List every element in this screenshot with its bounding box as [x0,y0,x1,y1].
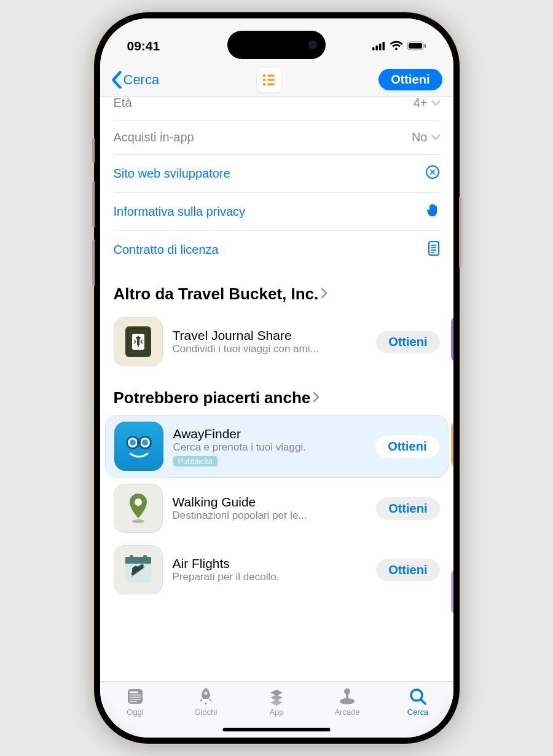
list-icon [261,72,277,88]
chevron-left-icon [111,71,122,89]
chevron-right-icon [313,390,320,406]
nav-app-icon[interactable] [256,67,282,93]
svg-rect-6 [424,44,426,48]
get-button-top[interactable]: Ottieni [378,69,442,90]
tab-label: App [269,707,283,717]
tab-search[interactable]: Cerca [390,687,445,738]
dynamic-island [227,31,326,59]
phone-frame: 09:41 Cerca [94,12,460,744]
hand-icon [426,203,440,221]
svg-rect-8 [267,74,275,76]
svg-point-30 [135,498,142,506]
svg-rect-3 [382,42,385,50]
chevron-down-icon [431,100,440,106]
app-icon-journal [114,317,163,366]
app-sub: Preparati per il decollo. [173,571,339,583]
apps-icon [267,687,286,706]
app-row-travel-journal[interactable]: Travel Journal Share Condividi i tuoi vi… [105,311,449,372]
app-name: AwayFinder [173,427,366,441]
privacy-link: Informativa sulla privacy [114,205,246,219]
app-sub: Destinazioni popolari per le... [173,510,339,522]
app-name: Travel Journal Share [173,328,367,343]
iap-value: No [412,130,428,144]
document-icon [428,241,440,259]
svg-rect-35 [143,555,147,560]
app-name: Air Flights [173,556,367,571]
chevron-right-icon [321,286,328,302]
svg-point-11 [262,82,265,85]
rocket-icon [196,687,216,706]
safari-icon [425,165,440,183]
svg-point-27 [130,439,136,446]
info-row-iap[interactable]: Acquisti in-app No [114,120,440,154]
svg-rect-38 [130,695,141,696]
svg-rect-29 [137,440,141,444]
svg-point-31 [132,519,144,523]
svg-rect-0 [372,47,375,50]
tab-label: Oggi [127,707,143,717]
svg-rect-40 [130,699,141,700]
section-ymal-label: Potrebbero piacerti anche [114,388,311,408]
get-button[interactable]: Ottieni [376,497,439,520]
svg-rect-2 [379,44,382,50]
age-label: Età [114,97,132,110]
svg-rect-39 [130,697,141,698]
age-value: 4+ [414,97,428,110]
svg-point-9 [262,78,265,81]
section-more-from[interactable]: Altro da Travel Bucket, Inc. [100,269,453,311]
cellular-icon [372,39,386,53]
arcade-icon [337,687,357,706]
search-icon [408,687,428,706]
app-row-air-flights[interactable]: Air Flights Preparati per il decollo. Ot… [105,539,449,600]
back-button[interactable]: Cerca [111,71,160,89]
svg-rect-10 [267,79,275,81]
license-link: Contratto di licenza [114,243,219,257]
svg-point-28 [142,439,148,446]
svg-rect-41 [130,701,137,703]
get-button[interactable]: Ottieni [375,435,439,458]
tab-label: Cerca [407,707,429,717]
section-you-might-like[interactable]: Potrebbero piacerti anche [100,372,453,415]
svg-rect-33 [125,557,151,564]
svg-point-45 [344,688,350,695]
get-button[interactable]: Ottieni [376,331,439,353]
info-row-license[interactable]: Contratto di licenza [114,230,440,269]
chevron-down-icon [431,135,440,141]
app-icon-flights [114,545,163,594]
svg-rect-37 [130,691,138,693]
app-name: Walking Guide [173,495,367,510]
app-sub: Cerca e prenota i tuoi viaggi. [173,441,339,454]
app-row-walking-guide[interactable]: Walking Guide Destinazioni popolari per … [105,478,449,539]
svg-rect-34 [130,555,133,560]
tab-label: Arcade [334,707,359,717]
ad-badge: Pubblicità [173,456,218,467]
svg-point-7 [262,74,265,76]
nav-bar: Cerca Ottieni [100,63,453,97]
tab-label: Giochi [195,707,218,717]
info-row-privacy[interactable]: Informativa sulla privacy [114,192,440,230]
dev-site-link: Sito web sviluppatore [114,167,230,181]
tab-today[interactable]: Oggi [108,687,163,738]
svg-rect-1 [375,45,378,50]
section-more-from-label: Altro da Travel Bucket, Inc. [114,285,319,304]
back-label: Cerca [124,72,160,88]
app-sub: Condividi i tuoi viaggi con ami... [173,343,339,355]
svg-line-47 [421,699,425,704]
svg-point-42 [205,692,208,695]
svg-rect-12 [267,83,275,85]
app-row-awayfinder[interactable]: AwayFinder Cerca e prenota i tuoi viaggi… [105,415,449,478]
home-indicator[interactable] [223,728,331,731]
get-button[interactable]: Ottieni [376,559,439,581]
app-icon-awayfinder [114,422,163,471]
today-icon [125,687,145,706]
info-row-devsite[interactable]: Sito web sviluppatore [114,154,440,192]
svg-rect-5 [409,43,422,49]
info-row-age[interactable]: Età 4+ [114,97,440,120]
content-scroll[interactable]: Età 4+ Acquisti in-app No Sito web svilu… [100,97,453,681]
app-icon-walking [114,484,163,533]
battery-icon [407,39,426,53]
wifi-icon [390,39,403,53]
status-time: 09:41 [127,39,160,53]
iap-label: Acquisti in-app [114,130,194,144]
